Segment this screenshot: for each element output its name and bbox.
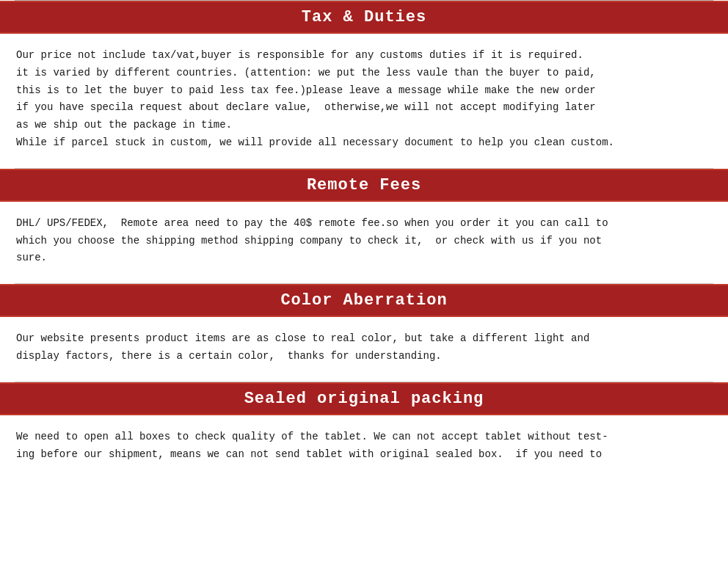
- section-text-remote-fees: DHL/ UPS/FEDEX, Remote area need to pay …: [16, 215, 712, 267]
- section-body-tax-duties: Our price not include tax/vat,buyer is r…: [0, 34, 728, 168]
- section-title-tax-duties: Tax & Duties: [302, 8, 426, 26]
- section-title-remote-fees: Remote Fees: [307, 176, 421, 194]
- section-header-remote-fees: Remote Fees: [0, 169, 728, 202]
- section-header-color-aberration: Color Aberration: [0, 284, 728, 317]
- section-title-sealed-packing: Sealed original packing: [244, 390, 484, 408]
- section-text-color-aberration: Our website presents product items are a…: [16, 330, 712, 365]
- section-color-aberration: Color Aberration Our website presents pr…: [0, 283, 728, 382]
- section-body-remote-fees: DHL/ UPS/FEDEX, Remote area need to pay …: [0, 202, 728, 283]
- section-body-color-aberration: Our website presents product items are a…: [0, 317, 728, 382]
- section-title-color-aberration: Color Aberration: [280, 291, 447, 310]
- section-remote-fees: Remote Fees DHL/ UPS/FEDEX, Remote area …: [0, 168, 728, 283]
- section-text-sealed-packing: We need to open all boxes to check quali…: [16, 429, 712, 464]
- page-container: Tax & Duties Our price not include tax/v…: [0, 0, 728, 479]
- section-header-tax-duties: Tax & Duties: [0, 1, 728, 34]
- section-text-tax-duties: Our price not include tax/vat,buyer is r…: [16, 47, 712, 152]
- section-tax-duties: Tax & Duties Our price not include tax/v…: [0, 0, 728, 168]
- section-sealed-packing: Sealed original packing We need to open …: [0, 382, 728, 480]
- section-header-sealed-packing: Sealed original packing: [0, 382, 728, 415]
- section-body-sealed-packing: We need to open all boxes to check quali…: [0, 415, 728, 480]
